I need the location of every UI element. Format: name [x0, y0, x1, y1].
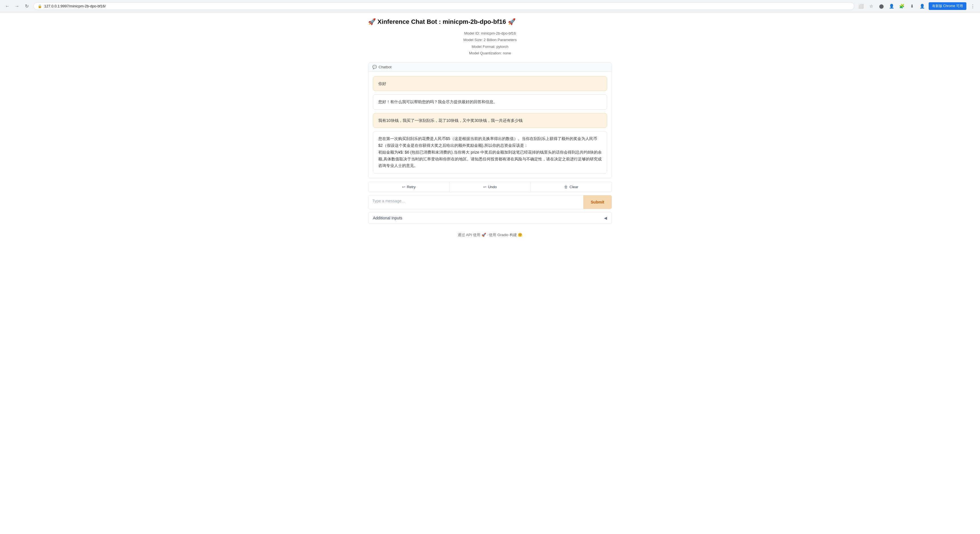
undo-button[interactable]: ↩ Undo: [449, 182, 531, 192]
undo-icon: ↩: [483, 185, 486, 189]
chrome-update-button[interactable]: 有新版 Chrome 可用: [929, 2, 966, 10]
clear-button[interactable]: 🗑 Clear: [531, 182, 612, 192]
page-footer: 通过 API 使用 🚀 · 使用 Gradio 构建 🤗: [368, 230, 612, 237]
model-info: Model ID: minicpm-2b-dpo-bf16 Model Size…: [368, 30, 612, 57]
chat-messages: 你好 您好！有什么我可以帮助您的吗？我会尽力提供最好的回答和信息。 我有10块钱…: [368, 72, 612, 178]
browser-chrome: ← → ↻ 🔒 127.0.0.1:9997/minicpm-2b-dpo-bf…: [0, 0, 980, 13]
user-message-2: 我有10块钱，我买了一张刮刮乐，花了10块钱，又中奖30块钱，我一共还有多少钱: [373, 113, 607, 128]
user-message-2-text: 我有10块钱，我买了一张刮刮乐，花了10块钱，又中奖30块钱，我一共还有多少钱: [378, 118, 523, 123]
clear-icon: 🗑: [564, 185, 568, 189]
retry-button[interactable]: ↩ Retry: [368, 182, 449, 192]
page-content: 🚀 Xinference Chat Bot : minicpm-2b-dpo-b…: [363, 13, 617, 249]
address-bar[interactable]: 🔒 127.0.0.1:9997/minicpm-2b-dpo-bf16/: [33, 2, 854, 10]
model-quantization: Model Quantization: none: [368, 50, 612, 56]
forward-button[interactable]: →: [13, 2, 21, 10]
chatbot-container: 💬 Chatbot 你好 您好！有什么我可以帮助您的吗？我会尽力提供最好的回答和…: [368, 62, 612, 178]
bot-message-1: 您好！有什么我可以帮助您的吗？我会尽力提供最好的回答和信息。: [373, 94, 607, 110]
additional-inputs-label: Additional Inputs: [373, 216, 402, 220]
user-message-1: 你好: [373, 76, 607, 91]
footer-separator: ·: [487, 233, 488, 237]
browser-actions: ⬜ ☆ ⬤ 👤 🧩 ⬇ 👤 有新版 Chrome 可用 ⋮: [857, 2, 977, 10]
download-icon[interactable]: ⬇: [908, 2, 916, 10]
user-account-icon[interactable]: 👤: [918, 2, 926, 10]
url-text: 127.0.0.1:9997/minicpm-2b-dpo-bf16/: [44, 4, 106, 8]
clear-label: Clear: [570, 185, 578, 189]
menu-icon[interactable]: ⋮: [969, 2, 977, 10]
retry-icon: ↩: [402, 185, 405, 189]
footer-gradio-icon: 🤗: [518, 233, 522, 237]
input-area: Submit: [368, 195, 612, 209]
model-size: Model Size: 2 Billion Parameters: [368, 37, 612, 43]
bot-message-2: 您在第一次购买刮刮乐的花费是人民币$5（这是根据当前的兑换率得出的数值）。当你在…: [373, 131, 607, 173]
nav-buttons: ← → ↻: [3, 2, 30, 10]
bot-message-1-text: 您好！有什么我可以帮助您的吗？我会尽力提供最好的回答和信息。: [378, 100, 497, 104]
bookmark-icon[interactable]: ☆: [867, 2, 875, 10]
model-id: Model ID: minicpm-2b-dpo-bf16: [368, 30, 612, 37]
submit-button[interactable]: Submit: [583, 195, 612, 209]
message-input[interactable]: [368, 195, 583, 209]
back-button[interactable]: ←: [3, 2, 11, 10]
chevron-right-icon: ◀: [604, 216, 607, 220]
bot-message-2-text: 您在第一次购买刮刮乐的花费是人民币$5（这是根据当前的兑换率得出的数值）。当你在…: [378, 136, 602, 168]
reload-button[interactable]: ↻: [23, 2, 30, 10]
action-buttons: ↩ Retry ↩ Undo 🗑 Clear: [368, 182, 612, 192]
page-title: 🚀 Xinference Chat Bot : minicpm-2b-dpo-b…: [368, 18, 612, 25]
footer-gradio-text: 使用 Gradio 构建: [489, 233, 517, 237]
undo-label: Undo: [488, 185, 497, 189]
additional-inputs-panel[interactable]: Additional Inputs ◀: [368, 212, 612, 224]
lock-icon: 🔒: [38, 4, 42, 8]
chatbot-label: Chatbot: [379, 65, 391, 69]
retry-label: Retry: [407, 185, 416, 189]
profile-icon[interactable]: ⬤: [878, 2, 886, 10]
extensions-icon[interactable]: 🧩: [898, 2, 906, 10]
chatbot-icon: 💬: [372, 65, 377, 69]
footer-api-text: 通过 API 使用: [458, 233, 480, 237]
user-message-1-text: 你好: [378, 81, 386, 86]
footer-api-icon: 🚀: [482, 233, 487, 237]
avatar-icon[interactable]: 👤: [888, 2, 896, 10]
chatbot-header: 💬 Chatbot: [368, 63, 612, 72]
model-format: Model Format: pytorch: [368, 43, 612, 50]
translate-icon[interactable]: ⬜: [857, 2, 865, 10]
